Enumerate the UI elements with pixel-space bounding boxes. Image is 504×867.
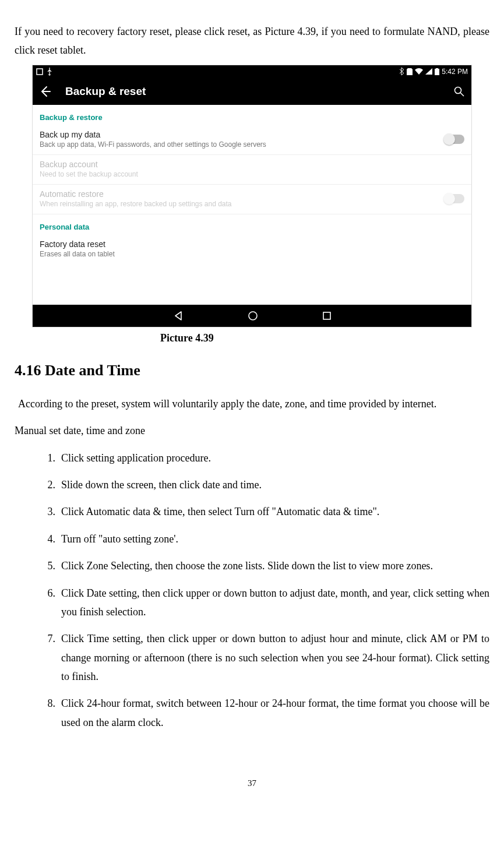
toggle-disabled [445,194,464,203]
search-icon[interactable] [454,86,464,97]
figure-caption: Picture 4.39 [15,332,489,344]
section-backup-restore: Backup & restore [33,105,471,125]
intro-paragraph: If you need to recovery factory reset, p… [15,22,489,60]
row-factory-reset[interactable]: Factory data reset Erases all data on ta… [33,235,471,264]
usb-icon [47,68,52,76]
row-title: Back up my data [40,130,266,139]
row-title: Backup account [40,160,138,169]
row-backup-my-data[interactable]: Back up my data Back up app data, Wi-Fi … [33,125,471,155]
page-number: 37 [15,778,489,788]
android-navbar [33,305,471,327]
bluetooth-icon [399,68,404,75]
list-item: 6.Click Date setting, then click upper o… [50,584,489,622]
steps-list: 1.Click setting application procedure. 2… [15,449,489,732]
appbar: Backup & reset [33,78,471,105]
android-statusbar: 5:42 PM [33,65,471,78]
row-title: Factory data reset [40,239,115,249]
sd-icon [407,68,413,75]
appbar-title: Backup & reset [65,85,146,98]
back-icon[interactable] [40,86,51,97]
nav-recent-icon[interactable] [322,311,332,320]
status-time: 5:42 PM [442,68,468,76]
window-icon [36,68,43,75]
svg-line-4 [460,93,464,96]
embedded-screenshot: 5:42 PM Backup & reset Backup & restore … [32,65,472,327]
whitespace [33,264,471,305]
section-heading: 4.16 Date and Time [15,362,489,379]
row-title: Automatic restore [40,189,232,199]
svg-point-5 [249,312,257,320]
row-subtitle: Back up app data, Wi-Fi passwords, and o… [40,140,266,149]
svg-rect-1 [435,69,439,75]
row-backup-account: Backup account Need to set the backup ac… [33,155,471,185]
body-paragraph-1: According to the preset, system will vol… [15,394,489,413]
toggle-off[interactable] [445,135,464,144]
row-subtitle: When reinstalling an app, restore backed… [40,200,232,208]
list-item: 7.Click Time setting, then click upper o… [50,629,489,686]
wifi-icon [415,68,423,75]
list-item: 8.Click 24-hour format, switch between 1… [50,694,489,732]
row-subtitle: Need to set the backup account [40,170,138,178]
list-item: 3.Click Automatic data & time, then sele… [50,502,489,521]
body-paragraph-2: Manual set date, time and zone [15,421,489,440]
settings-list: Backup & restore Back up my data Back up… [33,105,471,264]
list-item: 1.Click setting application procedure. [50,449,489,467]
row-automatic-restore: Automatic restore When reinstalling an a… [33,185,471,214]
row-subtitle: Erases all data on tablet [40,250,115,258]
list-item: 4.Turn off "auto setting zone'. [50,530,489,548]
signal-icon [425,68,432,75]
section-personal-data: Personal data [33,214,471,235]
nav-back-icon[interactable] [173,311,184,321]
battery-icon [435,68,439,75]
svg-rect-0 [37,69,43,75]
nav-home-icon[interactable] [248,311,258,321]
svg-rect-2 [436,68,438,69]
svg-point-3 [455,87,461,93]
list-item: 5.Click Zone Selecting, then choose the … [50,556,489,575]
svg-rect-6 [323,312,330,319]
list-item: 2.Slide down the screen, then click date… [50,475,489,494]
